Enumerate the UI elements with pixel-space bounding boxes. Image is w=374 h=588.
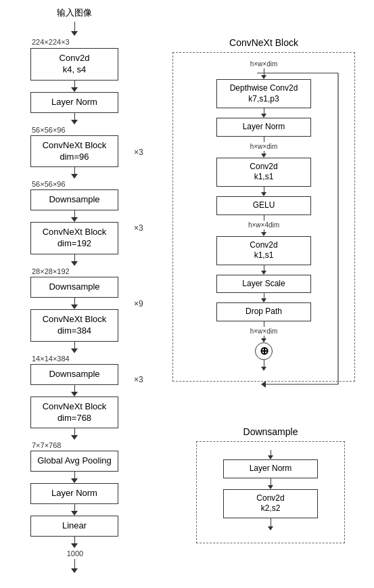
ln-ds-text: Layer Norm — [229, 463, 312, 474]
arrow-line — [74, 559, 75, 568]
arrow-tip — [71, 120, 78, 125]
ds3-text: Downsample — [37, 369, 112, 380]
arrow-tip — [71, 348, 78, 353]
arrow-line — [74, 210, 75, 217]
dw-line1: Depthwise Conv2d — [223, 83, 305, 94]
rb-dim-mid2: h×w×4dim — [248, 221, 279, 229]
layer-norm-ds-node: Layer Norm — [223, 459, 318, 478]
downsample-1-node: Downsample — [30, 189, 118, 210]
ls-text: Layer Scale — [223, 279, 305, 290]
cb2-line1: ConvNeXt Block — [37, 227, 112, 238]
ds2-text: Downsample — [37, 281, 112, 293]
arrow-line — [74, 537, 75, 543]
drop-path-node: Drop Path — [216, 302, 311, 321]
cb1-line2: dim=96 — [37, 152, 112, 163]
v-arr — [261, 367, 266, 371]
arrow-tip — [71, 304, 78, 309]
layer-norm-rb-node: Layer Norm — [216, 118, 311, 137]
conv2d-stem-line1: Conv2d — [37, 53, 112, 64]
depthwise-conv2d-node: Depthwise Conv2d k7,s1,p3 — [216, 79, 311, 108]
convnext-block-border: h×w×dim Depthwise Conv2d k7,s1,p3 Layer … — [172, 52, 355, 382]
dim-28-192: 28×28×192 — [30, 267, 118, 275]
conv2d-stem-node: Conv2d k4, s4 — [30, 48, 118, 81]
arrow-line — [74, 167, 75, 174]
rb-dim-mid1: h×w×dim — [250, 143, 278, 150]
downsample-block-inner: Layer Norm Conv2d k2,s2 — [197, 450, 344, 530]
convnext-block-4-node: ConvNeXt Block dim=768 — [30, 397, 118, 429]
convnext-block-1-node: ConvNeXt Block dim=96 — [30, 135, 118, 168]
v-line — [264, 360, 264, 367]
arrow-line — [74, 504, 75, 511]
v-line — [264, 68, 264, 75]
arrow-line — [74, 428, 75, 435]
ln-rb-text: Layer Norm — [223, 122, 305, 133]
arrow-line — [74, 385, 75, 392]
linear-node: Linear — [30, 516, 118, 537]
arrow-line — [74, 81, 75, 87]
cb1-line1: ConvNeXt Block — [37, 140, 112, 152]
plus-circle: ⊕ — [255, 342, 273, 360]
gelu-text: GELU — [223, 200, 305, 211]
dim-56-96-1: 56×56×96 — [30, 126, 118, 134]
dim-56-96-2: 56×56×96 — [30, 180, 118, 188]
arrow-tip — [71, 31, 78, 36]
conv2d-k1s1-2-node: Conv2d k1,s1 — [216, 236, 311, 265]
cb3-line1: ConvNeXt Block — [37, 314, 112, 325]
layer-norm-1-node: Layer Norm — [30, 92, 118, 113]
convnext-block-title: ConvNeXt Block — [172, 37, 355, 48]
dw-line2: k7,s1,p3 — [223, 94, 305, 105]
ds1-text: Downsample — [37, 194, 112, 206]
layer-norm-1-text: Layer Norm — [37, 97, 112, 108]
v-line — [264, 187, 264, 192]
rb-dim-input: h×w×dim — [250, 60, 278, 68]
ln2-text: Layer Norm — [37, 488, 112, 499]
cb4-line2: dim=768 — [37, 413, 112, 424]
cds-line1: Conv2d — [229, 493, 312, 504]
arrow-line — [74, 472, 75, 478]
convnext-block-inner: h×w×dim Depthwise Conv2d k7,s1,p3 Layer … — [173, 60, 354, 371]
conv2d-k1s1-1-node: Conv2d k1,s1 — [216, 158, 311, 187]
v-line — [264, 137, 264, 142]
dim-7-768: 7×7×768 — [30, 441, 118, 449]
arrow-tip — [71, 174, 78, 179]
arrow-tip — [71, 261, 78, 266]
convnext-block-3-node: ConvNeXt Block dim=384 — [30, 309, 118, 342]
arrow-tip — [71, 392, 78, 397]
conv2d-stem-line2: k4, s4 — [37, 64, 112, 76]
svg-marker-3 — [261, 381, 266, 388]
rb-dim-out: h×w×dim — [250, 327, 278, 335]
global-avg-pool-node: Global Avg Pooling — [30, 451, 118, 472]
arrow-tip — [71, 435, 78, 440]
mult-block4: ×3 — [134, 375, 143, 384]
mult-block1: ×3 — [134, 148, 143, 157]
gap-text: Global Avg Pooling — [37, 455, 112, 467]
downsample-block-container: Downsample Layer Norm Conv2d k2,s2 — [196, 426, 345, 543]
downsample-2-node: Downsample — [30, 277, 118, 298]
c2-line1: Conv2d — [223, 240, 305, 251]
v-line — [264, 265, 264, 271]
v-line — [271, 450, 271, 455]
arrow-tip — [71, 511, 78, 516]
arrow-tip — [71, 217, 78, 222]
mult-block2: ×3 — [134, 223, 143, 233]
arrow-line — [74, 254, 75, 261]
arrow-tip — [71, 478, 78, 483]
v-line — [264, 321, 264, 327]
arrow-tip — [71, 543, 78, 548]
conv2d-ds-node: Conv2d k2,s2 — [223, 489, 318, 518]
convnext-block-2-node: ConvNeXt Block dim=192 — [30, 222, 118, 254]
v-line — [264, 215, 264, 221]
cb4-line1: ConvNeXt Block — [37, 401, 112, 413]
arrow-tip — [71, 568, 78, 573]
left-pipeline: 输入图像 224×224×3 Conv2d k4, s4 Layer Norm … — [20, 7, 128, 573]
convnext-block-container: ConvNeXt Block h×w×dim Depthwise Conv2d … — [172, 37, 355, 382]
downsample-block-border: Layer Norm Conv2d k2,s2 — [196, 441, 345, 543]
v-line — [264, 293, 264, 298]
arrow-line — [74, 298, 75, 304]
dim-224-3: 224×224×3 — [30, 38, 118, 46]
input-label: 输入图像 — [57, 7, 92, 19]
layer-norm-2-node: Layer Norm — [30, 483, 118, 504]
output-dim: 1000 — [30, 549, 118, 558]
c2-line2: k1,s1 — [223, 250, 305, 261]
cb3-line2: dim=384 — [37, 325, 112, 337]
